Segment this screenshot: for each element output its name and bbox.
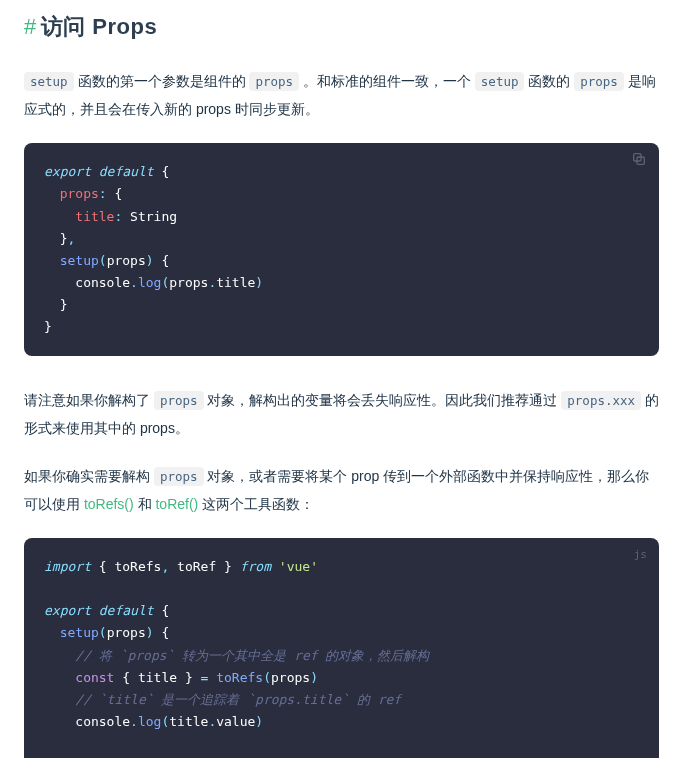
inline-code-setup: setup — [475, 72, 525, 91]
heading-title: 访问 Props — [41, 14, 157, 39]
code-block-2: jsimport { toRefs, toRef } from 'vue' ex… — [24, 538, 659, 758]
paragraph-torefs-intro: 如果你确实需要解构 props 对象，或者需要将某个 prop 传到一个外部函数… — [24, 462, 659, 518]
link-torefs[interactable]: toRefs() — [84, 496, 134, 512]
inline-code-props: props — [574, 72, 624, 91]
inline-code-props: props — [154, 467, 204, 486]
inline-code-setup: setup — [24, 72, 74, 91]
inline-code-props: props — [249, 72, 299, 91]
paragraph-destructure-note: 请注意如果你解构了 props 对象，解构出的变量将会丢失响应性。因此我们推荐通… — [24, 386, 659, 442]
inline-code-props: props — [154, 391, 204, 410]
inline-code-propsxxx: props.xxx — [561, 391, 641, 410]
link-toref[interactable]: toRef() — [155, 496, 198, 512]
lang-tag: js — [634, 546, 647, 565]
section-heading: #访问 Props — [24, 8, 659, 45]
heading-hash[interactable]: # — [24, 14, 37, 39]
paragraph-intro: setup 函数的第一个参数是组件的 props 。和标准的组件一致，一个 se… — [24, 67, 659, 123]
code-block-1: export default { props: { title: String … — [24, 143, 659, 356]
copy-icon[interactable] — [631, 151, 647, 167]
